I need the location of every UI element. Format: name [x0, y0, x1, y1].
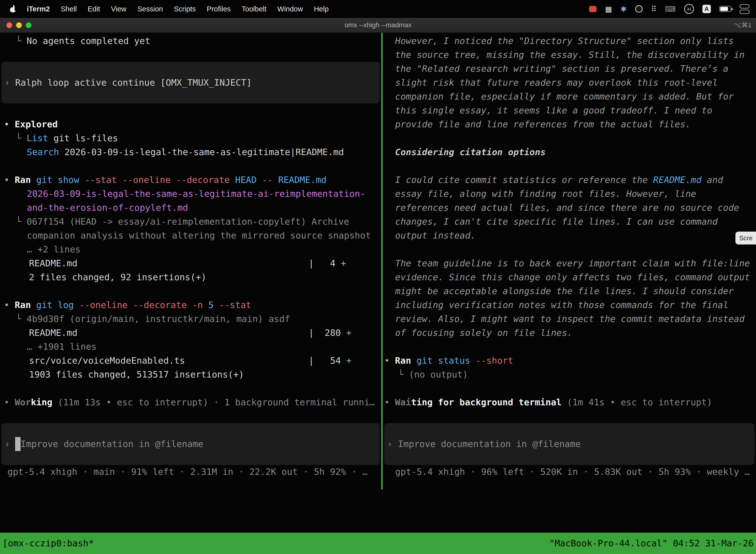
working-status-line: • Working (11m 13s • esc to interrupt) ·…	[0, 395, 381, 409]
no-output-line: └ (no output)	[383, 368, 756, 382]
thinking-line: I could cite commit statistics or refere…	[383, 173, 756, 187]
menu-item-help[interactable]: Help	[314, 5, 329, 13]
blank-row	[383, 242, 756, 257]
control-center-icon[interactable]	[740, 4, 750, 14]
menu-item-session[interactable]: Session	[137, 5, 163, 13]
commit-message-line: companion analysis without altering the …	[0, 229, 381, 242]
macos-menu-bar: iTerm2 Shell Edit View Session Scripts P…	[0, 0, 756, 18]
close-window-button[interactable]	[6, 22, 12, 28]
thinking-line: review. Also, I might want to inspect th…	[383, 312, 756, 326]
thinking-line: the source tree, missing the essay. Stil…	[383, 48, 756, 62]
battery-icon[interactable]	[719, 6, 731, 12]
terminal-content: └ No agents completed yet › Ralph loop a…	[0, 33, 756, 554]
zoom-window-button[interactable]	[26, 22, 32, 28]
thinking-line: evidence. Since this change only affects…	[383, 270, 756, 284]
thinking-line: companion file, especially if more comme…	[383, 90, 756, 104]
ran-git-log-header: • Ran git log --oneline --decorate -n 5 …	[0, 298, 381, 312]
blank-row	[383, 159, 756, 173]
traffic-lights	[6, 22, 32, 28]
menu-item-scripts[interactable]: Scripts	[174, 5, 196, 13]
tmux-session-window: [omx-cczip0:bash*	[2, 536, 94, 550]
thinking-heading: Considering citation options	[383, 145, 756, 159]
tmux-status-bar: [omx-cczip0:bash* "MacBook-Pro-44.local"…	[0, 533, 756, 554]
model-status-line: gpt-5.4 xhigh · main · 91% left · 2.31M …	[0, 465, 381, 479]
window-title: omx --xhigh --madmax	[344, 21, 412, 29]
readme-link: README.md	[653, 175, 701, 185]
right-terminal-pane: However, I noticed the "Directory Struct…	[383, 33, 756, 494]
thinking-line: However, I noticed the "Directory Struct…	[383, 34, 756, 48]
grid-icon[interactable]: ▦	[605, 5, 612, 13]
blank-row	[0, 159, 381, 173]
diffstat-line: src/voice/voiceModeEnabled.ts | 54 +	[0, 354, 381, 368]
menu-item-shell[interactable]: Shell	[61, 5, 77, 13]
thinking-line: provide file and line references from th…	[383, 117, 756, 131]
screen-notification[interactable]: Scre	[736, 232, 756, 244]
screen-recording-icon[interactable]	[589, 6, 596, 12]
thinking-line: the "Related research writing" section i…	[383, 62, 756, 76]
input-source-icon[interactable]: A	[702, 5, 711, 13]
prompt-input-box[interactable]: › Improve documentation in @filename	[384, 423, 755, 465]
essay-filename-line: and-the-erosion-of-copyleft.md	[0, 201, 381, 215]
menu-item-iterm2[interactable]: iTerm2	[27, 5, 50, 13]
more-lines-indicator: … +2 lines	[0, 242, 381, 257]
thinking-line: The team guideline is to back every impo…	[383, 257, 756, 270]
blank-row	[0, 48, 381, 62]
more-lines-indicator: … +1901 lines	[0, 340, 381, 354]
blank-row	[0, 382, 381, 395]
ran-git-show-header: • Ran git show --stat --oneline --decora…	[0, 173, 381, 187]
thinking-line: essay file, along with finding root file…	[383, 187, 756, 201]
window-title-bar: omx --xhigh --madmax ⌥⌘1	[0, 18, 756, 33]
menu-item-profiles[interactable]: Profiles	[207, 5, 231, 13]
omx-status-line: [OMX#0.11.9] cczip/essay/ai-reimplementa…	[0, 493, 756, 507]
blank-row	[383, 382, 756, 395]
thinking-line: slight risk that future readers may over…	[383, 76, 756, 90]
waiting-status-line: • Waiting for background terminal (1m 41…	[383, 395, 756, 409]
thinking-line: might be acceptable alongside the file l…	[383, 284, 756, 298]
left-terminal-pane: └ No agents completed yet › Ralph loop a…	[0, 33, 381, 494]
menu-item-window[interactable]: Window	[277, 5, 303, 13]
tmux-host-clock: "MacBook-Pro-44.local" 04:52 31-Mar-26	[549, 536, 754, 550]
blank-row	[383, 340, 756, 354]
diffstat-line: README.md | 280 +	[0, 326, 381, 340]
text-cursor	[15, 437, 20, 451]
window-shortcut-label: ⌥⌘1	[734, 21, 752, 29]
diffstat-summary: 1903 files changed, 513517 insertions(+)	[0, 368, 381, 382]
menu-item-view[interactable]: View	[111, 5, 126, 13]
agents-status-line: └ No agents completed yet	[0, 34, 381, 48]
minimize-window-button[interactable]	[16, 22, 22, 28]
blank-row	[0, 104, 381, 117]
battery-percentage-icon[interactable]: .61	[684, 4, 694, 14]
blank-row	[383, 409, 756, 423]
asterisk-app-icon[interactable]: ✱	[621, 5, 627, 13]
ran-git-status-header: • Ran git status --short	[383, 354, 756, 368]
blank-row	[383, 131, 756, 145]
injected-message-box[interactable]: › Ralph loop active continue [OMX_TMUX_I…	[1, 62, 380, 104]
thinking-line: of focusing solely on file lines.	[383, 326, 756, 340]
thinking-line: references need actual files, and since …	[383, 201, 756, 215]
dots-grid-icon[interactable]: ⠿	[651, 5, 656, 13]
blank-row	[0, 284, 381, 298]
keyboard-icon[interactable]: ⌨	[665, 5, 676, 13]
dark-circle-app-icon[interactable]	[635, 5, 643, 13]
thinking-line: this single essay, it seems like a good …	[383, 104, 756, 117]
tool-call-search: Search 2026-03-09-is-legal-the-same-as-l…	[0, 145, 381, 159]
diffstat-summary: 2 files changed, 92 insertions(+)	[0, 270, 381, 284]
apple-menu-icon[interactable]	[10, 5, 16, 12]
tool-call-list: └ List git ls-files	[0, 131, 381, 145]
blank-row	[0, 409, 381, 423]
essay-filename-line: 2026-03-09-is-legal-the-same-as-legitima…	[0, 187, 381, 201]
thinking-line: changes, I can't cite specific file line…	[383, 215, 756, 229]
menu-item-edit[interactable]: Edit	[87, 5, 100, 13]
diffstat-line: README.md | 4 +	[0, 257, 381, 270]
thinking-line: output instead.	[383, 229, 756, 242]
thinking-line: including verification notes with those …	[383, 298, 756, 312]
model-status-line: gpt-5.4 xhigh · 96% left · 520K in · 5.8…	[383, 465, 756, 479]
prompt-input-box[interactable]: › Improve documentation in @filename	[1, 423, 380, 465]
menu-item-toolbelt[interactable]: Toolbelt	[242, 5, 266, 13]
explored-header: • Explored	[0, 117, 381, 131]
commit-message-line: └ 067f154 (HEAD -> essay/ai-reimplementa…	[0, 215, 381, 229]
log-commit-line: └ 4b9d30f (origin/main, instructkr/main,…	[0, 312, 381, 326]
